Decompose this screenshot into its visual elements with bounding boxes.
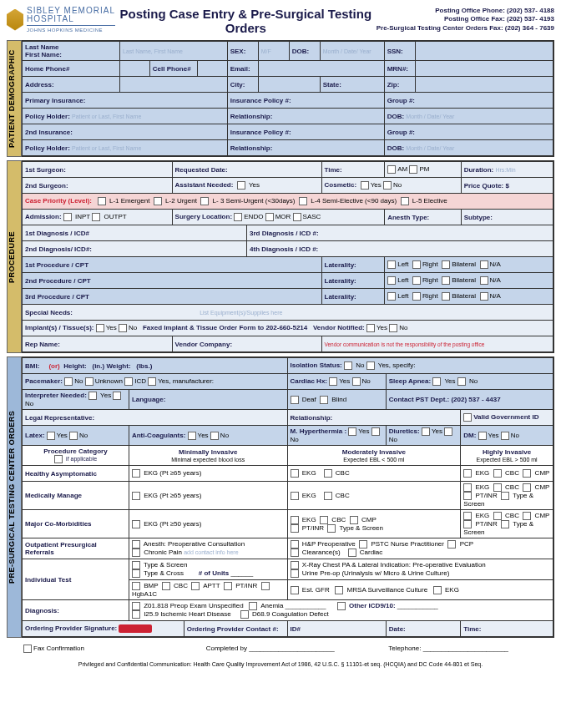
tab-procedure: PROCEDURE [7,160,22,353]
hospital-sub: HOSPITAL [27,15,115,23]
page-title: Posting Case Entry & Pre-Surgical Testin… [115,7,377,35]
tab-demographic: PATIENT DEMOGRAPHIC [7,40,22,157]
am-checkbox[interactable] [387,165,396,174]
footer-disclaimer: Privileged and Confidential Communicatio… [7,661,554,667]
sign-here-icon[interactable] [119,624,152,633]
logo-icon [7,9,23,31]
pm-checkbox[interactable] [409,165,417,174]
bottom-row: Fax Confirmation Completed by __________… [7,641,554,656]
header: SIBLEY MEMORIAL HOSPITAL JOHNS HOPKINS M… [7,7,554,35]
contact-info: Posting Office Phone: (202) 537- 4188 Po… [377,7,554,33]
tab-pst: PRE-SURGICAL TESTING CENTER ORDERS [7,356,22,638]
hospital-tag: JOHNS HOPKINS MEDICINE [27,25,115,33]
hospital-logo: SIBLEY MEMORIAL HOSPITAL JOHNS HOPKINS M… [7,7,115,33]
fax-confirm-checkbox[interactable] [23,645,32,653]
